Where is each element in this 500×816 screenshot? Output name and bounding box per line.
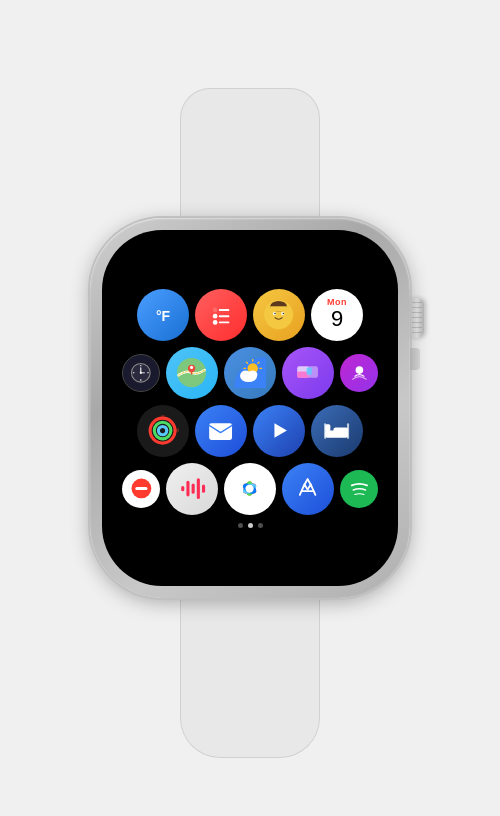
svg-rect-57 <box>197 478 200 499</box>
app-maps[interactable] <box>166 347 218 399</box>
app-weather[interactable] <box>224 347 276 399</box>
sleep-icon <box>321 415 352 446</box>
svg-point-13 <box>269 311 273 315</box>
nav-dot-1[interactable] <box>238 523 243 528</box>
app-no-entry[interactable] <box>122 470 160 508</box>
svg-rect-56 <box>192 483 195 493</box>
maps-icon <box>176 357 207 388</box>
svg-rect-53 <box>135 487 147 490</box>
weather-icon <box>234 357 265 388</box>
svg-rect-55 <box>187 481 190 497</box>
svg-point-4 <box>213 320 218 325</box>
app-mail[interactable] <box>195 405 247 457</box>
app-tv[interactable] <box>253 405 305 457</box>
svg-rect-54 <box>182 486 185 491</box>
podcasts-icon <box>348 361 371 384</box>
app-photos[interactable] <box>224 463 276 515</box>
nav-dot-2[interactable] <box>248 523 253 528</box>
app-podcasts[interactable] <box>340 354 378 392</box>
svg-point-43 <box>155 422 172 439</box>
app-activity[interactable] <box>137 405 189 457</box>
app-grid: °F <box>102 230 398 586</box>
watch-case: °F <box>90 218 410 598</box>
side-button[interactable] <box>410 348 420 370</box>
svg-line-68 <box>308 479 311 484</box>
svg-rect-40 <box>307 367 312 374</box>
shortcuts-icon <box>292 357 323 388</box>
app-row-4 <box>122 463 378 515</box>
no-entry-icon <box>130 477 153 500</box>
svg-rect-58 <box>202 484 205 492</box>
crown[interactable] <box>410 298 424 338</box>
svg-line-29 <box>258 362 259 363</box>
activity-icon <box>147 415 178 446</box>
svg-point-14 <box>285 311 289 315</box>
tv-icon <box>263 415 294 446</box>
band-bottom <box>180 583 320 758</box>
svg-point-2 <box>213 314 218 319</box>
svg-rect-51 <box>347 423 349 439</box>
watch-screen: °F <box>102 230 398 586</box>
podcasts-bars-icon <box>176 473 207 504</box>
svg-point-25 <box>190 366 193 369</box>
svg-point-65 <box>246 484 254 492</box>
svg-point-35 <box>248 370 257 378</box>
svg-rect-8 <box>271 306 288 311</box>
svg-rect-50 <box>325 423 327 439</box>
photos-icon <box>234 473 265 504</box>
svg-point-0 <box>213 307 218 312</box>
app-sleep[interactable] <box>311 405 363 457</box>
svg-rect-45 <box>210 423 233 440</box>
svg-marker-46 <box>275 423 287 438</box>
reminders-icon <box>205 299 236 330</box>
nav-dots <box>238 523 263 528</box>
clock-icon <box>130 362 152 384</box>
app-store-icon <box>292 473 323 504</box>
app-spotify[interactable] <box>340 470 378 508</box>
band-top <box>180 88 320 238</box>
app-weather-temp[interactable]: °F <box>137 289 189 341</box>
spotify-icon <box>348 477 371 500</box>
svg-line-31 <box>247 362 248 363</box>
calendar-date: 9 <box>331 307 343 331</box>
svg-point-12 <box>283 313 285 315</box>
app-shortcuts[interactable] <box>282 347 334 399</box>
watch: °F <box>90 218 410 598</box>
svg-point-44 <box>159 426 167 434</box>
svg-rect-49 <box>334 427 349 432</box>
svg-point-22 <box>140 371 142 373</box>
app-row-2 <box>122 347 378 399</box>
app-memoji[interactable] <box>253 289 305 341</box>
svg-point-41 <box>355 366 363 374</box>
app-podcasts-bars[interactable] <box>166 463 218 515</box>
app-store[interactable] <box>282 463 334 515</box>
nav-dot-3[interactable] <box>258 523 263 528</box>
svg-point-11 <box>275 313 277 315</box>
mail-icon <box>205 415 236 446</box>
app-reminders[interactable] <box>195 289 247 341</box>
app-row-3 <box>137 405 363 457</box>
app-row-1: °F <box>137 289 363 341</box>
app-clock[interactable] <box>122 354 160 392</box>
app-calendar[interactable]: Mon 9 <box>311 289 363 341</box>
memoji-icon <box>263 299 294 330</box>
